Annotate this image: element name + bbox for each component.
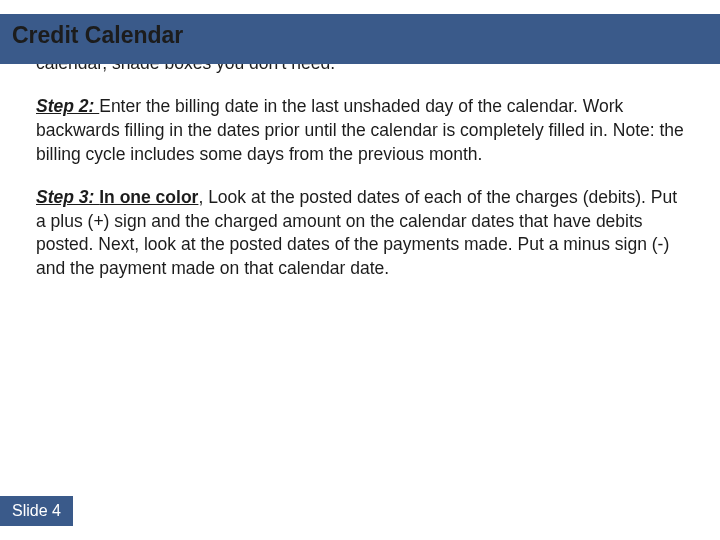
slide-number: Slide 4 (0, 496, 73, 526)
step-3-emphasis: In one color (99, 187, 198, 207)
step-2: Step 2: Enter the billing date in the la… (36, 95, 684, 166)
step-2-label: Step 2: (36, 96, 99, 116)
slide-title: Credit Calendar (12, 22, 183, 49)
step-3-label: Step 3: (36, 187, 99, 207)
step-3: Step 3: In one color, Look at the posted… (36, 186, 684, 281)
step-2-text: Enter the billing date in the last unsha… (36, 96, 684, 163)
